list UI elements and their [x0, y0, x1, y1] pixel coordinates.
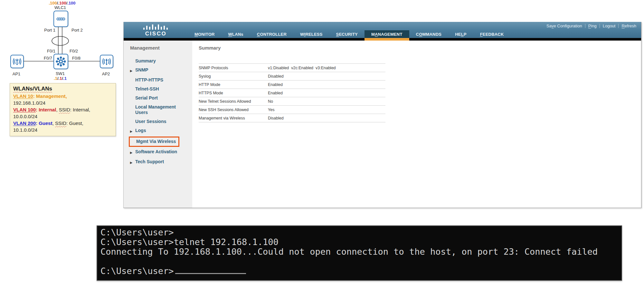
table-row: SyslogDisabled: [199, 72, 385, 80]
sidebar-item-label: Logs: [135, 128, 146, 133]
table-row: Management via WirelessDisabled: [199, 114, 385, 122]
toplink-ping[interactable]: Ping: [585, 24, 600, 28]
tab-help[interactable]: HELP: [448, 30, 473, 38]
nav-tabs: MONITORWLANsCONTROLLERWIRELESSSECURITYMA…: [188, 30, 511, 38]
sidebar-item-logs[interactable]: ▶Logs: [130, 128, 192, 134]
sidebar-item-label: Serial Port: [135, 95, 158, 101]
terminal-line: C:\Users\user>: [100, 266, 618, 276]
table-row: SNMP Protocolsv1:Disabled v2c:Enabled v3…: [199, 64, 385, 72]
page-title: Summary: [199, 45, 641, 51]
tab-wlans[interactable]: WLANs: [222, 30, 250, 38]
toplink-logout[interactable]: Logout: [600, 24, 619, 28]
switch-icon: [55, 56, 66, 67]
sidebar-item-summary[interactable]: Summary: [130, 58, 192, 64]
f02-label: F0/2: [70, 49, 78, 53]
row-label: Syslog: [199, 74, 268, 79]
tab-wireless[interactable]: WIRELESS: [293, 30, 329, 38]
text-segment: .100: [67, 1, 75, 5]
antenna-icon: [12, 56, 23, 67]
text-segment: : Internal,: [70, 107, 90, 112]
row-label: HTTPS Mode: [199, 91, 268, 95]
sidebar-item-software-activation[interactable]: ▶Software Activation: [130, 149, 192, 156]
main-content: Summary SNMP Protocolsv1:Disabled v2c:En…: [192, 41, 641, 208]
text-segment: : Guest,: [66, 120, 83, 126]
sidebar-item-mgmt-via-wireless[interactable]: Mgmt Via Wireless: [129, 137, 179, 147]
tab-management[interactable]: MANAGEMENT: [365, 30, 409, 38]
text-segment: : Internal: [36, 107, 56, 112]
row-value: Enabled: [268, 82, 283, 87]
expand-arrow-icon[interactable]: ▶: [130, 67, 135, 74]
row-label: SNMP Protocols: [199, 66, 268, 70]
sidebar-item-serial-port[interactable]: Serial Port: [130, 95, 192, 101]
sidebar-menu: Summary▶SNMPHTTP-HTTPSTelnet-SSHSerial P…: [130, 58, 192, 166]
sidebar-item-label: Mgmt Via Wireless: [136, 139, 176, 144]
sw1-name-label: SW1: [56, 71, 65, 76]
tab-security[interactable]: SECURITY: [329, 30, 365, 38]
text-segment: SSID: [59, 107, 70, 112]
ap1-device: [10, 55, 24, 68]
text-segment: .100: [49, 1, 57, 5]
tab-controller[interactable]: CONTROLLER: [250, 30, 293, 38]
text-segment: 10.0.0.0/24: [13, 114, 37, 119]
sidebar-item-snmp[interactable]: ▶SNMP: [130, 67, 192, 74]
tab-feedback[interactable]: FEEDBACK: [473, 30, 511, 38]
terminal-line: C:\Users\user>: [100, 228, 618, 237]
sidebar-item-http-https[interactable]: HTTP-HTTPS: [130, 77, 192, 83]
text-segment: VLAN 200: [13, 120, 36, 126]
arrow-spacer: [130, 86, 135, 87]
toplink-refresh[interactable]: Refresh: [619, 24, 639, 28]
expand-arrow-icon[interactable]: ▶: [130, 159, 135, 166]
row-label: Management via Wireless: [199, 116, 268, 120]
sidebar: Management Summary▶SNMPHTTP-HTTPSTelnet-…: [124, 41, 192, 208]
f01-label: F0/1: [46, 49, 55, 53]
wlc-ports-icon: [56, 17, 66, 21]
expand-arrow-icon[interactable]: ▶: [130, 149, 135, 156]
arrow-spacer: [130, 104, 135, 105]
wlan-vlan-note: WLANs/VLANsVLAN 10: Management,192.168.1…: [10, 83, 116, 136]
text-segment: SSID: [55, 120, 66, 126]
f07-label: F0/7: [41, 56, 52, 61]
cisco-logo: CISCO: [140, 24, 171, 36]
tab-monitor[interactable]: MONITOR: [188, 30, 222, 38]
sidebar-item-local-management-users[interactable]: Local Management Users: [130, 104, 192, 115]
sidebar-item-telnet-ssh[interactable]: Telnet-SSH: [130, 86, 192, 92]
arrow-spacer: [130, 139, 136, 140]
note-line: 10.1.0.0/24: [13, 127, 112, 133]
text-segment: : Management,: [33, 93, 67, 99]
sidebar-item-label: Local Management Users: [135, 104, 186, 115]
sidebar-item-tech-support[interactable]: ▶Tech Support: [130, 159, 192, 166]
sidebar-item-label: User Sessions: [135, 119, 166, 124]
ap2-device: [100, 55, 113, 68]
row-value: No: [268, 99, 273, 104]
terminal-line: C:\Users\user>telnet 192.168.1.100: [100, 237, 618, 247]
row-value: v1:Disabled v2c:Enabled v3:Enabled: [268, 66, 336, 70]
note-line: WLANs/VLANs: [13, 85, 112, 93]
text-segment: .100: [58, 1, 66, 5]
sw-ip-label: .1/.1/.1: [54, 76, 67, 81]
switch-device: [53, 54, 68, 69]
note-line: 10.0.0.0/24: [13, 113, 112, 120]
sidebar-item-label: Telnet-SSH: [135, 86, 159, 92]
wlc-device: [53, 11, 68, 27]
row-value: Enabled: [268, 91, 283, 95]
toplink-save-configuration[interactable]: Save Configuration: [544, 24, 585, 28]
text-segment: WLANs/VLANs: [13, 86, 52, 92]
port2-label: Port 2: [71, 28, 83, 33]
sidebar-item-label: SNMP: [135, 67, 148, 73]
wlc-body: Management Summary▶SNMPHTTP-HTTPSTelnet-…: [124, 41, 641, 208]
sidebar-item-user-sessions[interactable]: User Sessions: [130, 119, 192, 124]
expand-arrow-icon[interactable]: ▶: [130, 128, 135, 134]
tab-commands[interactable]: COMMANDS: [409, 30, 449, 38]
ap2-name-label: AP2: [102, 71, 110, 76]
row-value: Yes: [268, 108, 274, 112]
port1-label: Port 1: [41, 28, 55, 33]
row-label: New Telnet Sessions Allowed: [199, 99, 268, 104]
cisco-bars-icon: [143, 24, 168, 30]
text-segment: VLAN 10: [13, 93, 33, 99]
terminal-line: [100, 257, 618, 266]
table-row: HTTPS ModeEnabled: [199, 89, 385, 97]
arrow-spacer: [130, 119, 135, 120]
text-segment: .1: [59, 76, 62, 81]
wlc-ip-label: .100/.100/.100: [49, 1, 75, 5]
command-prompt-terminal[interactable]: C:\Users\user>C:\Users\user>telnet 192.1…: [97, 225, 622, 281]
